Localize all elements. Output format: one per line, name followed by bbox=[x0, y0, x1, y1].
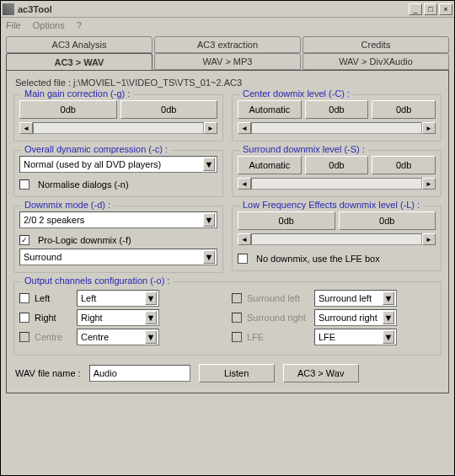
main-gain-btn1[interactable]: 0db bbox=[19, 100, 117, 119]
chevron-down-icon: ▼ bbox=[203, 158, 215, 171]
bottom-row: WAV file name : Audio Listen AC3 > Wav bbox=[15, 364, 440, 382]
legend-output: Output channels configuration (-o) : bbox=[21, 275, 173, 286]
prologic-select[interactable]: Surround ▼ bbox=[19, 249, 217, 265]
surround-btn2[interactable]: 0db bbox=[372, 156, 436, 174]
wav-filename-label: WAV file name : bbox=[15, 368, 81, 378]
right-checkbox[interactable] bbox=[19, 313, 29, 323]
downmix-mode-select[interactable]: 2/0 2 speakers ▼ bbox=[19, 211, 217, 228]
right-label: Right bbox=[35, 313, 56, 323]
center-scrollbar[interactable]: ◄ ► bbox=[238, 122, 436, 134]
sright-select[interactable]: Surround right▼ bbox=[314, 309, 397, 326]
center-btn2[interactable]: 0db bbox=[372, 100, 436, 119]
centre-select[interactable]: Centre▼ bbox=[77, 329, 159, 345]
selected-file-value: j:\MOVIEL~1\VIDEO_TS\VTS_01~2.AC3 bbox=[73, 78, 242, 88]
close-button[interactable]: × bbox=[439, 3, 452, 15]
wav-filename-input[interactable]: Audio bbox=[89, 365, 190, 382]
sright-label: Surround right bbox=[247, 313, 306, 323]
group-downmix-mode: Downmix mode (-d) : 2/0 2 speakers ▼ ✓ P… bbox=[13, 206, 223, 273]
surround-auto-btn[interactable]: Automatic bbox=[238, 156, 302, 174]
legend-center: Center dowmix level (-C) : bbox=[239, 88, 353, 99]
scroll-track[interactable] bbox=[251, 178, 422, 190]
client-area: AC3 Analysis AC3 extraction Credits AC3 … bbox=[1, 33, 454, 397]
main-gain-scrollbar[interactable]: ◄ ► bbox=[19, 122, 217, 134]
dyn-select-value: Normal (used by all DVD players) bbox=[24, 159, 203, 169]
center-auto-btn[interactable]: Automatic bbox=[238, 100, 302, 119]
scroll-track[interactable] bbox=[251, 122, 422, 134]
menu-file[interactable]: File bbox=[6, 20, 21, 30]
chevron-down-icon: ▼ bbox=[203, 213, 215, 227]
group-lfe-downmix: Low Frequency Effects downmix level (-L)… bbox=[232, 206, 442, 271]
tab-ac3-extraction[interactable]: AC3 extraction bbox=[154, 36, 301, 53]
tab-credits[interactable]: Credits bbox=[302, 36, 449, 53]
chevron-down-icon: ▼ bbox=[203, 250, 215, 264]
nolfe-checkbox[interactable] bbox=[238, 254, 248, 264]
tab-row-top: AC3 Analysis AC3 extraction Credits bbox=[6, 36, 449, 53]
sright-checkbox bbox=[232, 313, 242, 323]
group-dynamic-compression: Overall dynamic compression (-c) : Norma… bbox=[13, 150, 223, 197]
legend-main-gain: Main gain correction (-g) : bbox=[21, 88, 133, 99]
chevron-down-icon: ▼ bbox=[145, 311, 157, 324]
legend-dyn: Overall dynamic compression (-c) : bbox=[21, 144, 171, 154]
chevron-down-icon: ▼ bbox=[383, 291, 394, 305]
surround-scrollbar[interactable]: ◄ ► bbox=[238, 178, 436, 190]
scroll-track[interactable] bbox=[251, 233, 422, 245]
scroll-right-icon[interactable]: ► bbox=[422, 233, 436, 245]
lfe-btn2[interactable]: 0db bbox=[339, 211, 436, 230]
main-gain-btn2[interactable]: 0db bbox=[120, 100, 218, 119]
scroll-right-icon[interactable]: ► bbox=[422, 122, 436, 134]
nolfe-label: No downmix, use the LFE box bbox=[256, 254, 380, 264]
app-window: ac3Tool _ □ × File Options ? AC3 Analysi… bbox=[0, 0, 455, 476]
window-title: ac3Tool bbox=[18, 4, 407, 14]
tab-panel: Selected file : j:\MOVIEL~1\VIDEO_TS\VTS… bbox=[6, 70, 449, 393]
left-checkbox[interactable] bbox=[19, 293, 29, 303]
menu-help[interactable]: ? bbox=[77, 20, 82, 30]
group-center-downmix: Center dowmix level (-C) : Automatic 0db… bbox=[232, 94, 442, 142]
tab-wav-divxaudio[interactable]: WAV > DivXAudio bbox=[302, 53, 449, 70]
scroll-left-icon[interactable]: ◄ bbox=[238, 122, 251, 134]
tab-ac3-wav[interactable]: AC3 > WAV bbox=[6, 53, 153, 70]
legend-downmix: Downmix mode (-d) : bbox=[21, 200, 114, 210]
tab-wav-mp3[interactable]: WAV > MP3 bbox=[154, 53, 301, 70]
sleft-select[interactable]: Surround left▼ bbox=[314, 290, 397, 307]
dyn-select[interactable]: Normal (used by all DVD players) ▼ bbox=[19, 156, 217, 173]
lfe-btn1[interactable]: 0db bbox=[238, 211, 335, 230]
chevron-down-icon: ▼ bbox=[383, 330, 394, 344]
chevron-down-icon: ▼ bbox=[145, 291, 157, 305]
scroll-right-icon[interactable]: ► bbox=[204, 122, 217, 134]
ac3-wav-button[interactable]: AC3 > Wav bbox=[283, 364, 359, 382]
surround-btn1[interactable]: 0db bbox=[305, 156, 369, 174]
legend-surround: Surround downmix level (-S) : bbox=[239, 144, 368, 154]
scroll-left-icon[interactable]: ◄ bbox=[238, 233, 251, 245]
lfe-select[interactable]: LFE▼ bbox=[314, 329, 397, 345]
scroll-left-icon[interactable]: ◄ bbox=[19, 122, 33, 134]
center-btn1[interactable]: 0db bbox=[305, 100, 369, 119]
sleft-label: Surround left bbox=[247, 293, 300, 303]
left-select[interactable]: Left▼ bbox=[77, 290, 159, 307]
tab-row-bottom: AC3 > WAV WAV > MP3 WAV > DivXAudio bbox=[6, 53, 449, 70]
menubar: File Options ? bbox=[1, 18, 454, 33]
right-select[interactable]: Right▼ bbox=[77, 309, 159, 326]
selected-file-line: Selected file : j:\MOVIEL~1\VIDEO_TS\VTS… bbox=[15, 78, 442, 88]
legend-lfe: Low Frequency Effects downmix level (-L)… bbox=[239, 200, 423, 210]
scroll-track[interactable] bbox=[33, 122, 204, 134]
sleft-checkbox bbox=[232, 293, 242, 303]
normalise-label: Normalise dialogs (-n) bbox=[38, 179, 129, 190]
group-surround-downmix: Surround downmix level (-S) : Automatic … bbox=[232, 150, 442, 197]
prologic-checkbox[interactable]: ✓ bbox=[19, 235, 29, 245]
tab-ac3-analysis[interactable]: AC3 Analysis bbox=[6, 36, 153, 53]
selected-file-label: Selected file : bbox=[15, 78, 71, 88]
maximize-button[interactable]: □ bbox=[424, 3, 437, 15]
scroll-right-icon[interactable]: ► bbox=[422, 178, 436, 190]
normalise-checkbox[interactable] bbox=[19, 179, 29, 190]
lfe-label: LFE bbox=[247, 332, 264, 342]
centre-label: Centre bbox=[35, 332, 62, 342]
menu-options[interactable]: Options bbox=[33, 20, 65, 30]
lfe-scrollbar[interactable]: ◄ ► bbox=[238, 233, 436, 245]
left-label: Left bbox=[35, 293, 50, 303]
scroll-left-icon[interactable]: ◄ bbox=[238, 178, 251, 190]
minimize-button[interactable]: _ bbox=[409, 3, 422, 15]
titlebar: ac3Tool _ □ × bbox=[1, 1, 454, 18]
downmix-mode-value: 2/0 2 speakers bbox=[24, 215, 203, 225]
listen-button[interactable]: Listen bbox=[199, 364, 275, 382]
prologic-label: Pro-Logic downmix (-f) bbox=[38, 235, 131, 245]
